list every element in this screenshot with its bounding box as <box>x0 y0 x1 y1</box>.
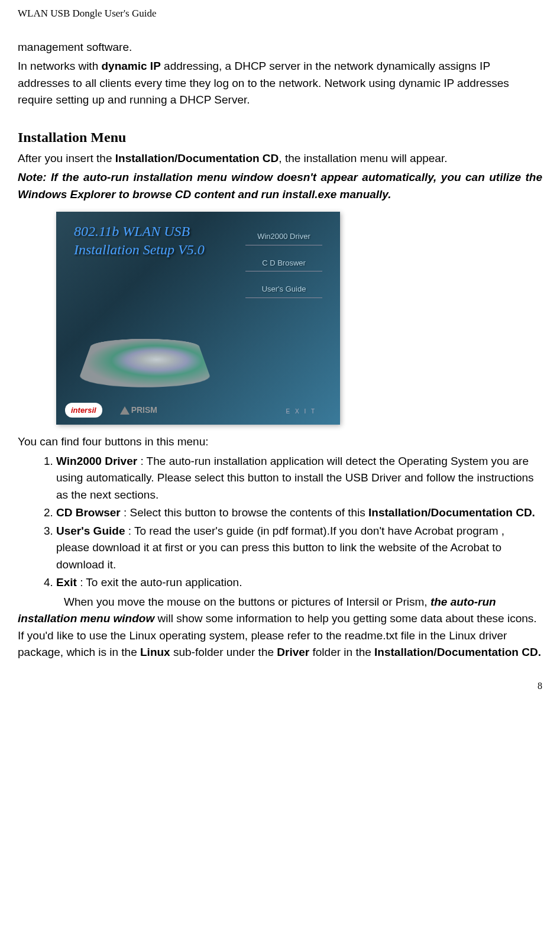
text: When you move the mouse on the buttons o… <box>64 596 430 608</box>
item-trail: Installation/Documentation CD. <box>368 506 535 519</box>
item-label: User's Guide <box>56 525 125 537</box>
list-item: Exit : To exit the auto-run application. <box>56 574 542 591</box>
users-guide-link[interactable]: User's Guide <box>245 282 322 298</box>
bold-text: Driver <box>277 646 309 658</box>
item-label: CD Browser <box>56 506 121 519</box>
closing-paragraph: When you move the mouse on the buttons o… <box>18 594 542 661</box>
bold-text: Installation/Documentation CD. <box>374 646 541 658</box>
intersil-logo[interactable]: intersil <box>65 403 102 418</box>
text: Installation Setup V5.0 <box>74 242 205 257</box>
paragraph-intro-1: management software. <box>18 39 542 56</box>
item-text: : Select this button to browse the conte… <box>121 506 368 519</box>
page-number: 8 <box>18 679 542 693</box>
logos-row: intersil PRISM <box>65 403 157 418</box>
text: folder in the <box>309 646 374 658</box>
bold-text: Linux <box>140 646 170 658</box>
item-label: Exit <box>56 576 77 588</box>
exit-button[interactable]: E X I T <box>286 407 316 416</box>
cd-browser-link[interactable]: C D Broswer <box>245 256 322 272</box>
button-list: Win2000 Driver : The auto-run installati… <box>18 453 542 591</box>
paragraph: After you insert the Installation/Docume… <box>18 150 542 167</box>
installer-menu: Win2000 Driver C D Broswer User's Guide <box>245 229 322 309</box>
prism-logo[interactable]: PRISM <box>120 404 157 416</box>
cd-graphic <box>76 339 213 387</box>
win2000-driver-link[interactable]: Win2000 Driver <box>245 229 322 245</box>
list-item: Win2000 Driver : The auto-run installati… <box>56 453 542 504</box>
section-heading: Installation Menu <box>18 127 542 148</box>
text: , the installation menu will appear. <box>279 152 447 164</box>
item-label: Win2000 Driver <box>56 455 137 467</box>
note-callout: Note: If the auto-run installation menu … <box>18 169 542 203</box>
bold-text: dynamic IP <box>102 60 161 72</box>
paragraph-intro-2: In networks with dynamic IP addressing, … <box>18 58 542 109</box>
item-text: : To exit the auto-run application. <box>77 576 242 588</box>
doc-header: WLAN USB Dongle User's Guide <box>18 6 542 21</box>
text: After you insert the <box>18 152 115 164</box>
list-item: CD Browser : Select this button to brows… <box>56 504 542 522</box>
text: sub-folder under the <box>170 646 277 658</box>
text: In networks with <box>18 60 102 72</box>
list-item: User's Guide : To read the user's guide … <box>56 523 542 574</box>
bold-text: Installation/Documentation CD <box>115 152 279 164</box>
text: 802.11b WLAN USB <box>74 224 190 239</box>
paragraph: You can find four buttons in this menu: <box>18 434 542 451</box>
installer-screenshot: 802.11b WLAN USB Installation Setup V5.0… <box>56 212 340 425</box>
text: PRISM <box>131 405 157 415</box>
prism-icon <box>120 406 130 415</box>
